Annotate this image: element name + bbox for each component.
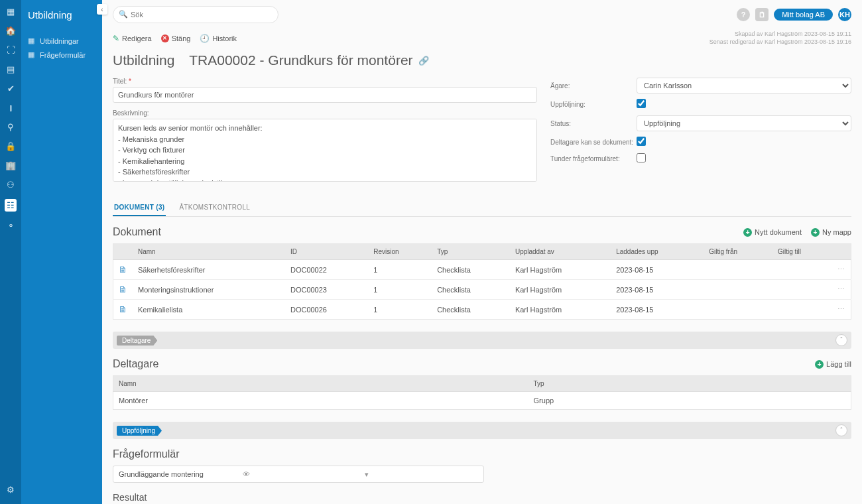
results-heading: Resultat [113, 492, 147, 503]
clock-icon: 🕘 [200, 34, 210, 43]
under-form-checkbox[interactable] [637, 153, 646, 162]
owner-label: Ägare: [550, 82, 637, 90]
meta-info: Skapad av Karl Hagström 2023-08-15 19:11… [709, 31, 851, 46]
documents-heading: Dokument [113, 226, 161, 238]
training-icon[interactable]: ☷ [5, 199, 17, 212]
questionnaire-select[interactable]: Grundläggande montering 👁 ▾ [113, 466, 484, 483]
expand-icon[interactable]: ⛶ [7, 45, 15, 55]
sidebar-item-label: Frågeformulär [40, 51, 86, 59]
sidebar-item-utbildningar[interactable]: ▦ Utbildningar [28, 34, 95, 48]
file-icon: 🗎 [119, 284, 127, 294]
sidebar: ‹ Utbildning ▦ Utbildningar ▦ Frågeformu… [21, 0, 102, 504]
status-select[interactable]: Uppföljning [637, 115, 851, 131]
branch-icon[interactable]: ⚬ [7, 221, 15, 231]
icon-rail: ▦ 🏠 ⛶ ▤ ✔ ⫿ ⚲ 🔒 🏢 ⚇ ☷ ⚬ ⚙ [0, 0, 21, 504]
sidebar-title: Utbildning [28, 9, 95, 21]
new-folder-button[interactable]: + Ny mapp [811, 228, 851, 237]
link-icon[interactable]: 🔗 [418, 56, 429, 66]
row-menu-button[interactable]: ⋯ [837, 285, 845, 293]
plus-icon: + [743, 228, 752, 237]
status-label: Status: [550, 120, 637, 127]
document-icon[interactable]: ▤ [7, 64, 15, 74]
tab-access[interactable]: ÅTKOMSTKONTROLL [178, 200, 251, 216]
collapse-section-button[interactable]: ˆ [835, 424, 847, 436]
list-icon: ▦ [28, 50, 34, 59]
collapse-section-button[interactable]: ˆ [835, 334, 847, 346]
file-icon: 🗎 [119, 304, 127, 314]
followup-label: Uppföljning: [550, 101, 637, 108]
avatar[interactable]: KH [838, 8, 851, 21]
description-textarea[interactable]: Kursen leds av senior montör och innehål… [113, 119, 537, 182]
table-row[interactable]: Montörer Grupp [113, 392, 851, 410]
tabs: DOKUMENT (3) ÅTKOMSTKONTROLL [113, 200, 851, 217]
chart-icon[interactable]: ⫿ [9, 103, 13, 113]
close-button[interactable]: ✕ Stäng [161, 34, 191, 42]
table-row[interactable]: 🗎MonteringsinstruktionerDOC000231Checkli… [113, 280, 851, 300]
check-icon[interactable]: ✔ [7, 84, 15, 94]
history-button[interactable]: 🕘 Historik [200, 34, 237, 43]
company-chip[interactable]: Mitt bolag AB [774, 9, 833, 21]
participants-table: Namn Typ Montörer Grupp [113, 375, 851, 410]
new-document-button[interactable]: + Nytt dokument [743, 228, 802, 237]
main-content: 🔍 ? 🗒 Mitt bolag AB KH ✎ Redigera ✕ Stän… [102, 0, 862, 504]
tab-documents[interactable]: DOKUMENT (3) [113, 200, 166, 216]
sidebar-item-label: Utbildningar [40, 37, 79, 45]
settings-icon[interactable]: ⚙ [7, 485, 15, 495]
search-input[interactable] [113, 6, 278, 23]
title-input[interactable] [113, 87, 537, 103]
row-menu-button[interactable]: ⋯ [837, 305, 845, 313]
search-wrap: 🔍 [113, 6, 278, 23]
notes-button[interactable]: 🗒 [755, 8, 769, 21]
participants-crumb-bar: Deltagare ˆ [113, 332, 851, 349]
page-title: Utbildning TRA00002 - Grundkurs för mont… [113, 52, 851, 68]
row-menu-button[interactable]: ⋯ [837, 265, 845, 273]
app-logo-icon[interactable]: ▦ [7, 7, 15, 17]
can-see-docs-checkbox[interactable] [637, 137, 646, 146]
edit-button[interactable]: ✎ Redigera [113, 34, 152, 43]
table-row[interactable]: 🗎KemikalielistaDOC000261ChecklistaKarl H… [113, 300, 851, 320]
home-icon[interactable]: 🏠 [5, 26, 16, 36]
owner-select[interactable]: Carin Karlsson [637, 78, 851, 94]
add-participant-button[interactable]: + Lägg till [815, 360, 851, 369]
help-button[interactable]: ? [737, 8, 750, 21]
pencil-icon: ✎ [113, 34, 119, 43]
building-icon[interactable]: 🏢 [5, 160, 16, 170]
plus-icon: + [815, 360, 824, 369]
sidebar-collapse-button[interactable]: ‹ [97, 4, 107, 15]
under-form-label: Tunder frågeformuläret: [550, 155, 637, 162]
eye-icon[interactable]: 👁 [239, 470, 361, 478]
description-label: Beskrivning: [113, 109, 537, 117]
sidebar-item-frageformular[interactable]: ▦ Frågeformulär [28, 48, 95, 62]
lock-icon[interactable]: 🔒 [5, 141, 16, 151]
crumb-followup: Uppföljning [117, 426, 162, 436]
title-label: Titel: * [113, 78, 537, 85]
table-row[interactable]: 🗎SäkerhetsföreskrifterDOC000221Checklist… [113, 260, 851, 280]
search-icon: 🔍 [119, 10, 128, 19]
list-icon: ▦ [28, 36, 34, 45]
documents-table: Namn ID Revision Typ Uppladdat av Laddad… [113, 243, 851, 320]
close-icon: ✕ [161, 34, 169, 42]
file-icon: 🗎 [119, 265, 127, 275]
plus-icon: + [811, 228, 820, 237]
chevron-down-icon[interactable]: ▾ [361, 470, 483, 479]
can-see-docs-label: Deltagare kan se dokument: [550, 139, 637, 146]
crumb-participants: Deltagare [117, 336, 157, 346]
followup-checkbox[interactable] [637, 99, 646, 108]
followup-crumb-bar: Uppföljning ˆ [113, 422, 851, 439]
people-icon[interactable]: ⚲ [7, 122, 14, 132]
participants-heading: Deltagare [113, 358, 158, 370]
group-icon[interactable]: ⚇ [7, 180, 15, 190]
questionnaire-heading: Frågeformulär [113, 448, 179, 460]
